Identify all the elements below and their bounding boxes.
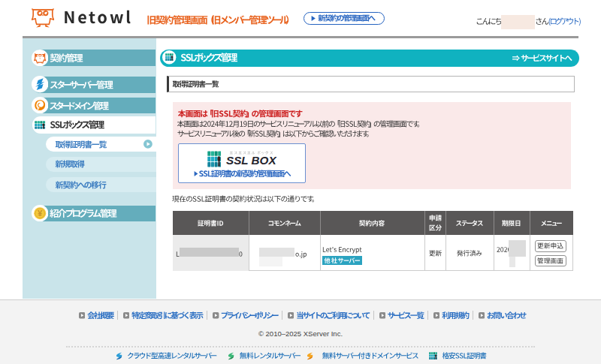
svg-text:¥: ¥ [38,209,43,218]
